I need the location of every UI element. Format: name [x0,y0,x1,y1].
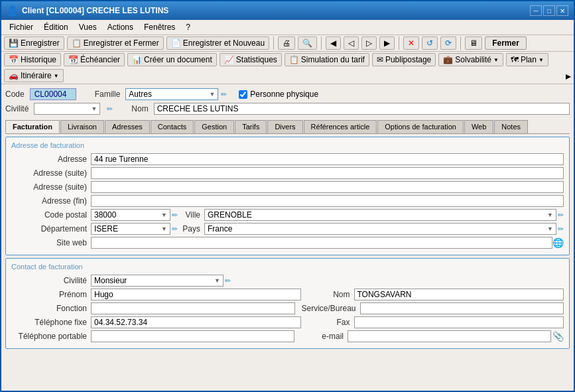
tab-livraison[interactable]: Livraison [60,120,104,133]
menu-edition[interactable]: Édition [38,21,74,33]
refresh-button[interactable]: ↺ [422,36,438,50]
civilite-edit-icon[interactable]: ✏ [107,105,113,113]
adresse-row: Adresse [11,153,564,165]
civilite-label: Civilité [5,104,29,113]
delete-button[interactable]: ✕ [403,36,419,50]
ville-arrow: ▼ [547,212,553,218]
monitor-button[interactable]: 🖥 [465,36,482,50]
dept-edit-icon[interactable]: ✏ [172,225,178,233]
code-postal-arrow: ▼ [161,212,167,218]
menu-help[interactable]: ? [180,21,196,33]
menu-actions[interactable]: Actions [102,21,139,33]
fonction-service-row: Fonction Service/Bureau [11,302,564,314]
code-postal-edit-icon[interactable]: ✏ [172,211,178,220]
simulation-button[interactable]: 📋 Simulation du tarif [285,53,369,66]
close-window-button[interactable]: ✕ [556,5,568,16]
minimize-button[interactable]: ─ [530,5,542,16]
attach-icon[interactable]: 📎 [552,331,564,342]
echeancier-button[interactable]: 📆 Échéancier [64,53,125,66]
site-web-input[interactable] [91,237,552,249]
pays-edit-icon[interactable]: ✏ [558,225,564,233]
tab-divers[interactable]: Divers [267,120,302,133]
tel-fixe-input[interactable] [91,316,301,328]
adresse-input[interactable] [91,153,564,165]
personne-physique-checkbox[interactable] [239,90,247,99]
nav-next-icon: ▶ [384,38,390,48]
separator-3 [399,36,399,50]
contact-civilite-dropdown[interactable]: Monsieur ▼ [91,275,224,287]
tab-web[interactable]: Web [464,120,493,133]
nav-next2-button[interactable]: ▷ [361,36,377,50]
tab-tarifs[interactable]: Tarifs [235,120,267,133]
dept-arrow: ▼ [161,226,167,232]
tab-notes[interactable]: Notes [494,120,528,133]
famille-edit-icon[interactable]: ✏ [221,90,227,99]
tab-adresses[interactable]: Adresses [105,120,150,133]
service-input[interactable] [360,302,564,314]
pays-label: Pays [178,224,204,233]
departement-label: Département [11,224,91,233]
statistiques-button[interactable]: 📈 Statistiques [220,53,282,66]
prenom-label: Prénom [11,290,91,299]
code-postal-dropdown[interactable]: 38000 ▼ [91,209,170,221]
fonction-input[interactable] [91,302,295,314]
contact-nom-input[interactable] [354,289,564,300]
civilite-dropdown[interactable]: ▼ [34,103,100,115]
menu-vues[interactable]: Vues [74,21,102,33]
fax-input[interactable] [354,316,564,328]
prenom-input[interactable] [91,289,301,300]
solvabilite-button[interactable]: 💼 Solvabilité ▼ [438,53,503,66]
adresse-suite1-row: Adresse (suite) [11,167,564,179]
adresse-section-title: Adresse de facturation [11,141,564,149]
title-bar-buttons: ─ □ ✕ [530,5,568,16]
adresse-fin-input[interactable] [91,195,564,207]
tab-facturation[interactable]: Facturation [5,120,60,133]
nav-prev2-button[interactable]: ◁ [344,36,359,50]
creer-document-button[interactable]: 📊 Créer un document [127,53,217,66]
itineraire-button[interactable]: 🚗 Itinéraire ▼ [4,69,64,82]
contact-civilite-edit-icon[interactable]: ✏ [225,277,231,285]
contact-nom-label: Nom [314,290,354,299]
separator-4 [460,36,461,50]
enregistrer-fermer-button[interactable]: 📋 Enregistrer et Fermer [67,36,164,50]
civilite-arrow: ▼ [91,105,97,112]
tel-portable-label: Téléphone portable [11,332,91,341]
departement-dropdown[interactable]: ISERE ▼ [91,223,170,235]
tel-fax-row: Téléphone fixe Fax [11,316,564,328]
fermer-button[interactable]: Fermer [485,36,527,50]
content-area: Code CL00004 Famille Autres ▼ ✏ Personne… [1,84,574,391]
tab-options[interactable]: Options de facturation [377,120,464,133]
preview-button[interactable]: 🔍 [298,36,317,50]
more-arrow[interactable]: ▸ [566,70,571,82]
menu-fenetres[interactable]: Fenêtres [139,21,180,33]
pays-dropdown[interactable]: France ▼ [204,223,556,235]
publipostage-button[interactable]: ✉ Publipostage [372,53,436,66]
email-input[interactable] [348,330,551,342]
plan-button[interactable]: 🗺 Plan ▼ [506,53,548,66]
tab-references[interactable]: Références article [304,120,377,133]
solvabilite-icon: 💼 [443,55,453,64]
ville-edit-icon[interactable]: ✏ [558,211,564,220]
enregistrer-nouveau-button[interactable]: 📄 Enregistrer et Nouveau [166,36,269,50]
tab-contacts[interactable]: Contacts [151,120,194,133]
restore-button[interactable]: □ [543,5,555,16]
historique-button[interactable]: 📅 Historique [4,53,61,66]
nom-input[interactable] [154,103,570,115]
ville-dropdown[interactable]: GRENOBLE ▼ [204,209,556,221]
adresse-suite1-input[interactable] [91,167,564,179]
nav-prev-button[interactable]: ◀ [326,36,341,50]
adresse-suite2-input[interactable] [91,181,564,193]
enregistrer-button[interactable]: 💾 Enregistrer [4,36,64,50]
main-window: 👤 Client [CL00004] CRECHE LES LUTINS ─ □… [0,0,575,392]
print-button[interactable]: 🖨 [278,36,295,50]
nav-next-button[interactable]: ▶ [379,36,395,50]
famille-dropdown[interactable]: Autres ▼ [125,88,218,100]
delete-icon: ✕ [408,38,415,48]
globe-icon[interactable]: 🌐 [552,237,564,248]
famille-arrow: ▼ [209,91,215,98]
tab-gestion[interactable]: Gestion [194,120,234,133]
sync-button[interactable]: ⟳ [440,36,456,50]
menu-fichier[interactable]: Fichier [4,21,38,33]
adresse-suite1-label: Adresse (suite) [11,168,91,178]
tel-portable-input[interactable] [91,330,294,342]
